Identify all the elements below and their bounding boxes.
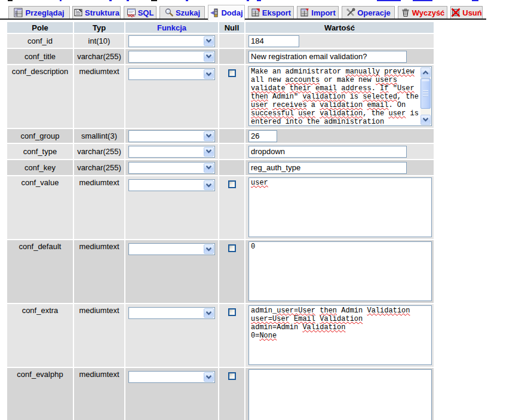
function-cell — [125, 368, 218, 420]
function-select[interactable] — [128, 243, 215, 255]
null-checkbox[interactable] — [228, 69, 236, 77]
value-cell: user — [245, 176, 434, 239]
tab-label: Usuń — [462, 8, 482, 17]
tab-insert[interactable]: Dodaj — [208, 5, 245, 20]
null-checkbox[interactable] — [228, 244, 236, 252]
tab-label: Operacje — [357, 8, 391, 17]
function-column-link[interactable]: Funkcja — [157, 23, 186, 32]
null-checkbox[interactable] — [228, 372, 236, 380]
tab-drop[interactable]: Usuń — [450, 6, 483, 19]
field-name: conf_key — [7, 160, 73, 175]
clipped-glyph-fragment — [257, 0, 261, 1]
function-select[interactable] — [128, 146, 215, 158]
function-cell — [125, 144, 218, 159]
value-input-conf_key[interactable] — [248, 162, 407, 174]
field-name: conf_title — [7, 49, 73, 64]
textarea-scrollbar[interactable] — [420, 68, 431, 125]
field-name: conf_id — [7, 34, 73, 48]
null-cell — [219, 176, 244, 239]
column-header-warto: Wartość — [245, 22, 434, 33]
function-select[interactable] — [128, 179, 215, 191]
field-name: conf_type — [7, 144, 73, 159]
field-name: conf_description — [7, 65, 73, 128]
textarea-text: user — [250, 179, 431, 236]
clipped-glyph-fragment — [472, 0, 478, 1]
tab-empty[interactable]: Wyczyść — [398, 6, 447, 19]
value-input-conf_id[interactable] — [248, 35, 299, 47]
field-row-conf_id: conf_idint(10) — [7, 34, 434, 48]
browse-icon — [14, 8, 23, 17]
function-select[interactable] — [128, 371, 215, 383]
field-row-conf_default: conf_defaultmediumtext0 — [7, 240, 434, 303]
function-select[interactable] — [128, 130, 215, 142]
field-type: varchar(255) — [74, 144, 124, 159]
tab-export[interactable]: Eksport — [248, 6, 294, 19]
chevron-down-icon — [204, 180, 214, 190]
function-select[interactable] — [128, 35, 215, 47]
value-input-conf_type[interactable] — [248, 146, 407, 158]
scrollbar-thumb[interactable] — [420, 78, 431, 109]
field-type: mediumtext — [74, 368, 124, 420]
field-row-conf_key: conf_keyvarchar(255) — [7, 160, 434, 175]
null-checkbox[interactable] — [228, 180, 236, 188]
clipped-glyph-fragment — [377, 0, 401, 1]
column-header-typ: Typ — [74, 22, 124, 33]
value-textarea-conf_value[interactable]: user — [248, 177, 432, 237]
value-textarea-conf_evalphp[interactable] — [248, 369, 432, 420]
tab-structure[interactable]: Struktura — [72, 6, 121, 19]
function-cell — [125, 34, 218, 48]
tab-browse[interactable]: Przeglądaj — [8, 6, 70, 19]
function-select[interactable] — [128, 307, 215, 319]
chevron-down-icon — [204, 308, 214, 318]
value-cell — [245, 49, 434, 64]
clipped-glyph-fragment — [109, 0, 112, 1]
scroll-down-button[interactable] — [420, 115, 431, 125]
search-icon — [164, 8, 174, 17]
value-input-conf_title[interactable] — [248, 51, 407, 63]
function-select[interactable] — [128, 68, 215, 80]
textarea-text — [250, 370, 431, 420]
value-textarea-conf_description[interactable]: Make an administrator manually previewal… — [248, 66, 432, 126]
null-cell — [219, 129, 244, 143]
null-cell — [219, 368, 244, 420]
chevron-down-icon — [204, 52, 214, 62]
textarea-text: admin_user=User then Admin Validationuse… — [250, 306, 431, 364]
field-type: varchar(255) — [74, 49, 124, 64]
value-cell — [245, 144, 434, 159]
scroll-up-button[interactable] — [420, 68, 431, 78]
tab-operations[interactable]: Operacje — [342, 6, 395, 19]
structure-icon — [73, 8, 83, 17]
value-cell — [245, 160, 434, 175]
tab-search[interactable]: Szukaj — [159, 6, 205, 19]
value-textarea-conf_default[interactable]: 0 — [248, 241, 432, 301]
tab-label: Przeglądaj — [25, 8, 64, 17]
field-row-conf_type: conf_typevarchar(255) — [7, 144, 434, 159]
value-cell — [245, 368, 434, 420]
tab-sql[interactable]: SQLSQL — [124, 6, 156, 19]
operations-icon — [346, 8, 355, 17]
value-cell: Make an administrator manually previewal… — [245, 65, 434, 128]
value-input-conf_group[interactable] — [248, 130, 277, 142]
function-cell — [125, 65, 218, 128]
value-textarea-conf_extra[interactable]: admin_user=User then Admin Validationuse… — [248, 305, 432, 365]
chevron-down-icon — [204, 69, 214, 79]
function-cell — [125, 160, 218, 175]
function-cell — [125, 49, 218, 64]
value-cell — [245, 34, 434, 48]
field-row-conf_extra: conf_extramediumtextadmin_user=User then… — [7, 304, 434, 367]
tab-bar: PrzeglądajStrukturaSQLSQLSzukajDodajEksp… — [8, 5, 483, 20]
drop-table-icon — [451, 8, 461, 17]
function-select[interactable] — [128, 162, 215, 174]
sql-icon: SQL — [127, 8, 136, 17]
tab-import[interactable]: Import — [297, 6, 339, 19]
clipped-glyph-fragment — [247, 0, 249, 1]
table-header-row: PoleTypFunkcjaNullWartość — [7, 22, 434, 33]
field-row-conf_description: conf_descriptionmediumtextMake an admini… — [7, 65, 434, 128]
null-checkbox[interactable] — [228, 308, 236, 316]
chevron-down-icon — [204, 244, 214, 254]
field-name: conf_group — [7, 129, 73, 143]
chevron-down-icon — [204, 131, 214, 141]
function-select[interactable] — [128, 51, 215, 63]
field-type: int(10) — [74, 34, 124, 48]
tab-label: Wyczyść — [412, 8, 445, 17]
